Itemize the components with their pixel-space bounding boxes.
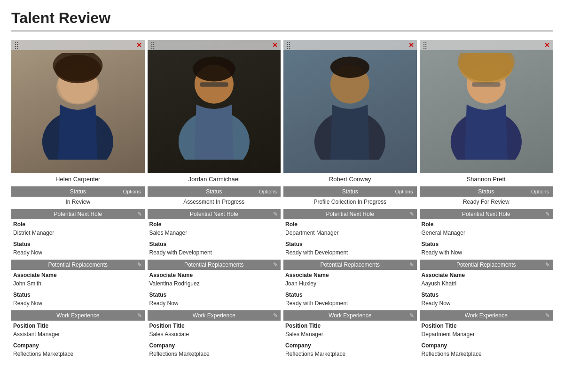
company-label-helen: Company bbox=[11, 340, 145, 350]
replacement-status-value-shannon: Ready Now bbox=[420, 299, 553, 309]
svg-point-7 bbox=[193, 57, 235, 82]
page-title: Talent Review bbox=[11, 9, 553, 27]
replacement-status-value-jordan: Ready Now bbox=[148, 299, 281, 309]
close-icon-shannon[interactable]: ✕ bbox=[544, 42, 550, 48]
replacements-label-helen: Potential Replacements bbox=[48, 261, 108, 268]
employee-grid: ⣿ ✕ Helen Carpenter Status Options In Re… bbox=[11, 40, 553, 360]
replacements-label-shannon: Potential Replacements bbox=[456, 261, 516, 268]
photo-wrapper-jordan: ⣿ ✕ bbox=[148, 40, 281, 173]
options-text-robert[interactable]: Options bbox=[395, 189, 413, 194]
position-title-value-shannon: Department Manager bbox=[420, 330, 553, 340]
next-role-header-robert: Potential Next Role ✎ bbox=[283, 209, 417, 219]
work-exp-label-jordan: Work Experience bbox=[193, 312, 235, 319]
status-value-jordan: Assessment In Progress bbox=[148, 197, 281, 208]
replacements-edit-icon-shannon[interactable]: ✎ bbox=[545, 261, 550, 268]
replacements-header-helen: Potential Replacements ✎ bbox=[11, 260, 145, 270]
status-label-robert: Status bbox=[342, 188, 358, 195]
options-text-shannon[interactable]: Options bbox=[531, 189, 549, 194]
svg-rect-8 bbox=[200, 83, 228, 87]
work-exp-edit-icon-helen[interactable]: ✎ bbox=[137, 312, 142, 319]
next-role-status-value-robert: Ready with Development bbox=[283, 248, 417, 259]
company-label-shannon: Company bbox=[420, 340, 553, 350]
next-role-header-jordan: Potential Next Role ✎ bbox=[148, 209, 281, 219]
next-role-label-helen: Potential Next Role bbox=[54, 211, 102, 217]
close-icon-helen[interactable]: ✕ bbox=[136, 42, 142, 48]
status-header-helen: Status Options bbox=[11, 186, 145, 197]
work-exp-header-helen: Work Experience ✎ bbox=[11, 310, 145, 321]
photo-wrapper-helen: ⣿ ✕ bbox=[11, 40, 145, 173]
company-value-jordan: Reflections Marketplace bbox=[148, 350, 281, 360]
associate-name-label-jordan: Associate Name bbox=[148, 270, 281, 279]
position-title-value-helen: Assistant Manager bbox=[11, 330, 145, 340]
person-name-jordan: Jordan Carmichael bbox=[148, 173, 281, 185]
replacements-edit-icon-helen[interactable]: ✎ bbox=[137, 261, 142, 268]
status-label-helen: Status bbox=[70, 188, 86, 195]
position-title-label-shannon: Position Title bbox=[420, 321, 553, 330]
work-exp-header-robert: Work Experience ✎ bbox=[283, 310, 417, 321]
employee-card-robert: ⣿ ✕ Robert Conway Status Options Profile… bbox=[283, 40, 417, 360]
person-name-shannon: Shannon Prett bbox=[420, 173, 553, 185]
options-text-helen[interactable]: Options bbox=[123, 189, 141, 194]
drag-icon-shannon[interactable]: ⣿ bbox=[423, 41, 427, 49]
role-field-label-shannon: Role bbox=[420, 219, 553, 229]
role-field-value-jordan: Sales Manager bbox=[148, 229, 281, 239]
replacements-label-jordan: Potential Replacements bbox=[184, 261, 244, 268]
position-title-label-robert: Position Title bbox=[283, 321, 417, 330]
svg-rect-16 bbox=[472, 83, 500, 87]
role-field-label-helen: Role bbox=[11, 219, 145, 229]
drag-icon-jordan[interactable]: ⣿ bbox=[150, 41, 155, 49]
company-label-jordan: Company bbox=[148, 340, 281, 350]
company-value-robert: Reflections Marketplace bbox=[283, 350, 417, 360]
next-role-edit-icon-helen[interactable]: ✎ bbox=[137, 211, 142, 217]
employee-card-helen: ⣿ ✕ Helen Carpenter Status Options In Re… bbox=[11, 40, 145, 360]
company-value-helen: Reflections Marketplace bbox=[11, 350, 145, 360]
next-role-edit-icon-jordan[interactable]: ✎ bbox=[273, 211, 278, 217]
photo-toolbar-robert: ⣿ ✕ bbox=[283, 40, 417, 50]
associate-name-value-jordan: Valentina Rodriguez bbox=[148, 279, 281, 290]
replacements-edit-icon-robert[interactable]: ✎ bbox=[409, 261, 414, 268]
title-divider bbox=[11, 31, 553, 31]
replacement-status-label-robert: Status bbox=[283, 290, 417, 299]
associate-name-value-helen: John Smith bbox=[11, 279, 145, 290]
employee-card-jordan: ⣿ ✕ Jordan Carmichael Status Options Ass… bbox=[148, 40, 281, 360]
work-exp-edit-icon-shannon[interactable]: ✎ bbox=[545, 312, 550, 319]
role-field-value-helen: District Manager bbox=[11, 229, 145, 239]
drag-icon-robert[interactable]: ⣿ bbox=[286, 41, 290, 49]
next-role-label-shannon: Potential Next Role bbox=[462, 211, 510, 217]
work-exp-label-robert: Work Experience bbox=[329, 312, 371, 319]
photo-toolbar-shannon: ⣿ ✕ bbox=[420, 40, 553, 50]
work-exp-edit-icon-robert[interactable]: ✎ bbox=[409, 312, 414, 319]
associate-name-value-shannon: Aayush Khatri bbox=[420, 279, 553, 290]
close-icon-robert[interactable]: ✕ bbox=[408, 42, 414, 48]
options-text-jordan[interactable]: Options bbox=[259, 189, 277, 194]
photo-wrapper-shannon: ⣿ ✕ bbox=[420, 40, 553, 173]
close-icon-jordan[interactable]: ✕ bbox=[272, 42, 278, 48]
status-value-shannon: Ready For Review bbox=[420, 197, 553, 208]
replacements-header-jordan: Potential Replacements ✎ bbox=[148, 260, 281, 270]
next-role-label-jordan: Potential Next Role bbox=[190, 211, 238, 217]
status-header-jordan: Status Options bbox=[148, 186, 281, 197]
person-name-helen: Helen Carpenter bbox=[11, 173, 145, 185]
replacement-status-label-helen: Status bbox=[11, 290, 145, 299]
next-role-header-helen: Potential Next Role ✎ bbox=[11, 209, 145, 219]
role-field-label-robert: Role bbox=[283, 219, 417, 229]
associate-name-value-robert: Joan Huxley bbox=[283, 279, 417, 290]
work-exp-edit-icon-jordan[interactable]: ✎ bbox=[273, 312, 278, 319]
status-header-shannon: Status Options bbox=[420, 186, 553, 197]
next-role-status-value-helen: Ready Now bbox=[11, 248, 145, 259]
role-field-value-robert: Department Manager bbox=[283, 229, 417, 239]
role-field-label-jordan: Role bbox=[148, 219, 281, 229]
replacements-edit-icon-jordan[interactable]: ✎ bbox=[273, 261, 278, 268]
drag-icon-helen[interactable]: ⣿ bbox=[14, 41, 18, 49]
next-role-status-label-robert: Status bbox=[283, 239, 417, 248]
next-role-edit-icon-robert[interactable]: ✎ bbox=[409, 211, 414, 217]
replacements-header-robert: Potential Replacements ✎ bbox=[283, 260, 417, 270]
role-field-value-shannon: General Manager bbox=[420, 229, 553, 239]
position-title-label-helen: Position Title bbox=[11, 321, 145, 330]
next-role-status-label-helen: Status bbox=[11, 239, 145, 248]
photo-toolbar-jordan: ⣿ ✕ bbox=[148, 40, 281, 50]
associate-name-label-robert: Associate Name bbox=[283, 270, 417, 279]
work-exp-label-helen: Work Experience bbox=[56, 312, 99, 319]
replacement-status-value-robert: Ready with Development bbox=[283, 299, 417, 309]
next-role-edit-icon-shannon[interactable]: ✎ bbox=[545, 211, 550, 217]
